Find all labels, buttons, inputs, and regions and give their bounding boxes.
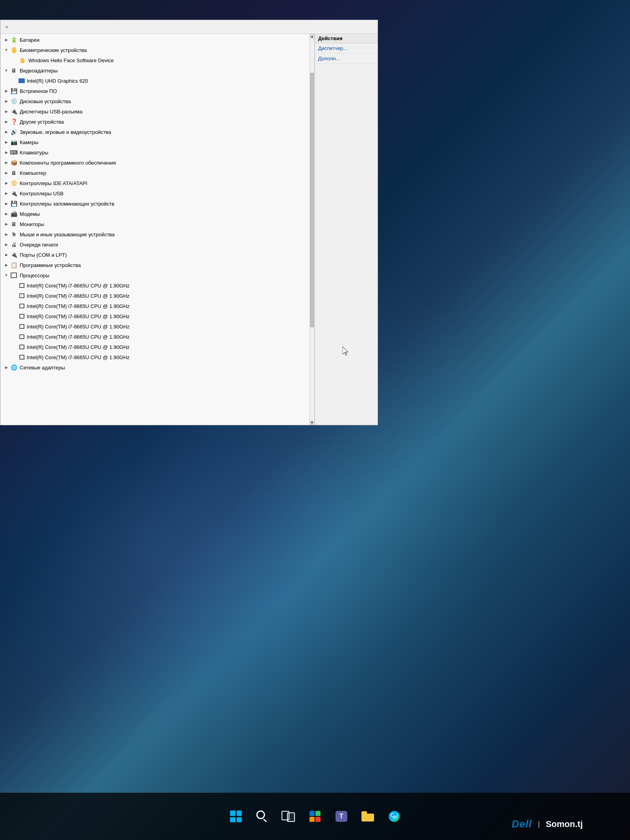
tree-item-prog[interactable]: ▶ 📋 Программные устройства [0, 260, 309, 270]
tree-item-cpu-5[interactable]: Intel(R) Core(TM) i7-8665U CPU @ 1.90GHz [0, 321, 309, 332]
folder-icon [361, 811, 374, 821]
label-disk: Дисковые устройства [20, 98, 71, 104]
tree-item-keyboard[interactable]: ▶ ⌨ Клавиатуры [0, 147, 309, 158]
icon-usb2: 🔌 [10, 189, 18, 197]
expand-icon-usb: ▶ [4, 109, 9, 114]
edge-button[interactable] [384, 806, 405, 827]
tree-item-sound[interactable]: ▶ 🔊 Звуковые, игровые и видеоустройства [0, 127, 309, 137]
tree-item-biometric[interactable]: ▼ 🖐 Биометрические устройства [0, 45, 309, 55]
expand-icon-biometric: ▼ [4, 47, 9, 53]
tree-item-software[interactable]: ▶ 📦 Компоненты программного обеспечения [0, 158, 309, 168]
tree-item-windows-hello[interactable]: 🖐 Windows Hello Face Software Device [0, 55, 309, 65]
icon-keyboard: ⌨ [10, 148, 18, 156]
widgets-button[interactable] [304, 806, 326, 827]
actions-item-dispatcher[interactable]: Диспетчер... [315, 43, 378, 54]
tree-item-cpu-4[interactable]: Intel(R) Core(TM) i7-8665U CPU @ 1.90GHz [0, 311, 309, 321]
expand-icon-ports: ▶ [4, 252, 9, 258]
expand-icon-keyboard: ▶ [4, 150, 9, 155]
tree-item-network[interactable]: ▶ 🌐 Сетевые адаптеры [0, 362, 309, 373]
label-ide: Контроллеры IDE ATA/ATAPI [20, 180, 87, 186]
label-video: Видеоадаптеры [20, 68, 58, 74]
icon-firmware: 💾 [10, 87, 18, 95]
tree-item-computer[interactable]: ▶ 🖥 Компьютер [0, 168, 309, 178]
expand-icon-processors: ▼ [4, 273, 9, 278]
tree-item-mouse[interactable]: ▶ 🖱 Мыши и иные указывающие устройства [0, 229, 309, 239]
tree-item-usb-controllers[interactable]: ▶ 🔌 Контроллеры USB [0, 188, 309, 198]
icon-cpu-5 [19, 323, 25, 330]
tree-item-video[interactable]: ▼ 🖥 Видеоадаптеры [0, 65, 309, 76]
dell-logo: Dell [512, 818, 532, 830]
tree-item-cpu-3[interactable]: Intel(R) Core(TM) i7-8665U CPU @ 1.90GHz [0, 301, 309, 311]
tree-item-cpu-2[interactable]: Intel(R) Core(TM) i7-8665U CPU @ 1.90GHz [0, 291, 309, 301]
task-view-button[interactable] [278, 806, 300, 827]
scrollbar[interactable]: ▲ ▼ [309, 34, 314, 425]
icon-usb: 🔌 [10, 108, 18, 115]
window-toolbar: ≡ [0, 20, 378, 34]
expand-icon-other: ▶ [4, 119, 9, 124]
tree-item-cpu-1[interactable]: Intel(R) Core(TM) i7-8665U CPU @ 1.90GHz [0, 280, 309, 291]
label-batteries: Батареи [20, 37, 39, 43]
icon-ide: 📀 [10, 179, 18, 187]
expand-icon-computer: ▶ [4, 170, 9, 176]
tree-item-ide[interactable]: ▶ 📀 Контроллеры IDE ATA/ATAPI [0, 178, 309, 188]
edge-svg-icon [390, 812, 398, 820]
device-manager-window: ≡ ▶ 🔋 Батареи ▼ 🖐 Биометрические устройс… [0, 20, 378, 425]
expand-icon-cpu-7 [12, 344, 18, 350]
widgets-icon [309, 811, 321, 822]
file-explorer-button[interactable] [357, 806, 379, 827]
label-processors: Процессоры [20, 273, 49, 278]
expand-icon-disk: ▶ [4, 98, 9, 104]
tree-item-cpu-8[interactable]: Intel(R) Core(TM) i7-8665U CPU @ 1.90GHz [0, 352, 309, 362]
icon-cpu-4 [19, 313, 25, 319]
watermark-separator: | [538, 820, 540, 828]
label-hello: Windows Hello Face Software Device [28, 57, 114, 63]
svg-point-0 [392, 816, 397, 818]
search-circle-icon [256, 810, 265, 819]
icon-mouse: 🖱 [10, 230, 18, 238]
icon-modems: 📠 [10, 210, 18, 218]
scrollbar-arrow-down[interactable]: ▼ [310, 420, 314, 425]
expand-icon-cpu-6 [12, 334, 18, 339]
expand-icon-prog: ▶ [4, 262, 9, 268]
expand-icon-cpu-2 [12, 293, 18, 299]
expand-icon-modems: ▶ [4, 211, 9, 217]
actions-item-additional[interactable]: Дополн... [315, 54, 378, 64]
label-cpu-4: Intel(R) Core(TM) i7-8665U CPU @ 1.90GHz [27, 313, 130, 319]
icon-biometric: 🖐 [10, 46, 18, 54]
widgets-cell-1 [309, 811, 315, 816]
folder-tab-icon [361, 811, 367, 814]
tree-item-batteries[interactable]: ▶ 🔋 Батареи [0, 35, 309, 45]
expand-icon-network: ▶ [4, 365, 9, 370]
search-button[interactable] [252, 806, 273, 827]
start-button[interactable] [225, 806, 247, 827]
device-tree[interactable]: ▶ 🔋 Батареи ▼ 🖐 Биометрические устройств… [0, 34, 315, 425]
tree-item-disk[interactable]: ▶ 💿 Дисковые устройства [0, 96, 309, 106]
expand-icon-cpu-1 [12, 283, 18, 288]
icon-prog: 📋 [10, 261, 18, 269]
tree-item-cameras[interactable]: ▶ 📷 Камеры [0, 137, 309, 147]
tree-item-usb[interactable]: ▶ 🔌 Диспетчеры USB-разъема [0, 106, 309, 117]
tree-item-print[interactable]: ▶ 🖨 Очереди печати [0, 239, 309, 250]
tree-item-firmware[interactable]: ▶ 💾 Встроенное ПО [0, 86, 309, 96]
tree-item-monitors[interactable]: ▶ 🖥 Мониторы [0, 219, 309, 229]
tree-item-storage[interactable]: ▶ 💾 Контроллеры запоминающих устройств [0, 198, 309, 209]
scrollbar-thumb[interactable] [310, 73, 314, 327]
tree-item-processors[interactable]: ▼ Процессоры [0, 270, 309, 280]
tree-item-ports[interactable]: ▶ 🔌 Порты (COM и LPT) [0, 250, 309, 260]
icon-cpu-7 [19, 344, 25, 350]
tree-item-modems[interactable]: ▶ 📠 Модемы [0, 209, 309, 219]
tree-item-cpu-6[interactable]: Intel(R) Core(TM) i7-8665U CPU @ 1.90GHz [0, 332, 309, 342]
tree-item-cpu-7[interactable]: Intel(R) Core(TM) i7-8665U CPU @ 1.90GHz [0, 342, 309, 352]
teams-button[interactable]: T [331, 806, 352, 827]
tree-item-other[interactable]: ▶ ❓ Другие устройства [0, 117, 309, 127]
icon-storage: 💾 [10, 200, 18, 208]
label-biometric: Биометрические устройства [20, 47, 87, 53]
actions-header: Действия [315, 34, 378, 43]
tree-item-intel-gpu[interactable]: Intel(R) UHD Graphics 620 [0, 76, 309, 86]
widgets-cell-4 [315, 817, 321, 822]
label-usb2: Контроллеры USB [20, 191, 63, 197]
icon-print: 🖨 [10, 241, 18, 248]
scrollbar-arrow-up[interactable]: ▲ [310, 34, 314, 39]
expand-icon-sound: ▶ [4, 129, 9, 135]
search-icon [256, 810, 268, 822]
